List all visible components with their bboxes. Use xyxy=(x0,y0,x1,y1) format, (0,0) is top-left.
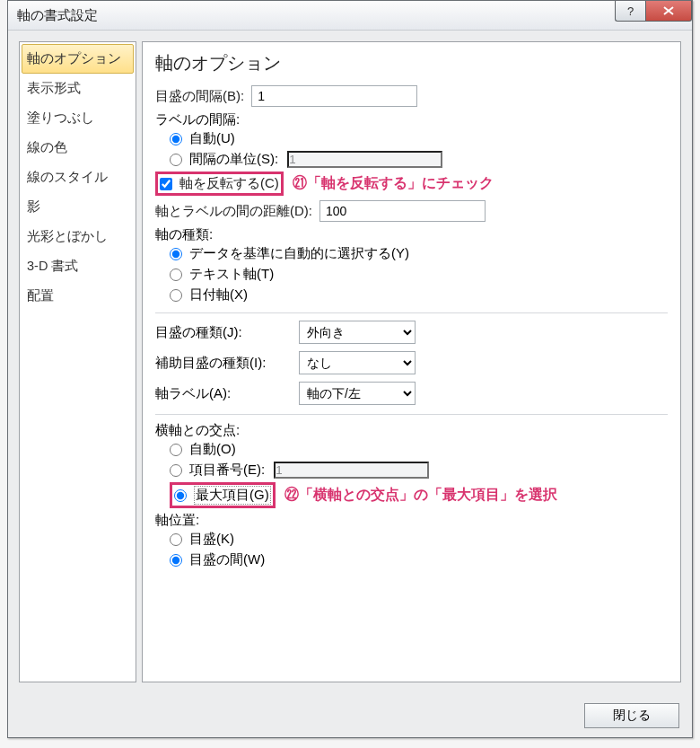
axis-type-group-label: 軸の種類: xyxy=(155,226,668,243)
annotation-21: ㉑「軸を反転する」にチェック xyxy=(293,174,494,193)
crosses-auto-text: 自動(O) xyxy=(189,441,236,458)
tick-minor-row: 補助目盛の種類(I): なし xyxy=(155,351,668,374)
axis-position-ontick-radio[interactable] xyxy=(170,533,182,546)
title-bar: 軸の書式設定 ? xyxy=(8,1,692,31)
label-interval-unit-radio[interactable] xyxy=(170,154,182,166)
crosses-max-option[interactable]: 最大項目(G) ㉒「横軸との交点」の「最大項目」を選択 xyxy=(155,482,668,508)
tick-major-row: 目盛の種類(J): 外向き xyxy=(155,321,668,344)
axis-labels-select[interactable]: 軸の下/左 xyxy=(299,382,416,405)
crosses-category-radio[interactable] xyxy=(170,464,182,477)
sidebar-item-alignment[interactable]: 配置 xyxy=(22,281,134,311)
label-interval-auto-option[interactable]: 自動(U) xyxy=(155,130,668,147)
separator-2 xyxy=(155,414,668,415)
axis-type-auto-radio[interactable] xyxy=(170,248,182,260)
label-interval-auto-text: 自動(U) xyxy=(189,130,235,147)
axis-position-between-text: 目盛の間(W) xyxy=(189,551,265,568)
axis-type-text-option[interactable]: テキスト軸(T) xyxy=(155,266,668,283)
label-interval-unit-text: 間隔の単位(S): xyxy=(189,151,278,168)
sidebar-item-shadow[interactable]: 影 xyxy=(22,192,134,222)
reverse-axis-row: 軸を反転する(C) ㉑「軸を反転する」にチェック xyxy=(155,172,668,196)
major-unit-label: 目盛の間隔(B): xyxy=(155,88,244,105)
help-button[interactable]: ? xyxy=(615,1,645,22)
axis-type-date-radio[interactable] xyxy=(170,289,182,302)
label-interval-auto-radio[interactable] xyxy=(170,133,182,145)
sidebar-item-number-format[interactable]: 表示形式 xyxy=(22,74,134,103)
close-icon xyxy=(663,6,674,15)
dialog-footer: 閉じる xyxy=(584,703,679,728)
axis-label-distance-row: 軸とラベルの間の距離(D): xyxy=(155,199,668,223)
axis-type-text-radio[interactable] xyxy=(170,268,182,281)
window-close-button[interactable] xyxy=(645,1,692,22)
sidebar-item-line-style[interactable]: 線のスタイル xyxy=(22,163,134,192)
axis-position-ontick-text: 目盛(K) xyxy=(189,531,234,548)
tick-minor-select[interactable]: なし xyxy=(299,351,416,374)
axis-type-date-option[interactable]: 日付軸(X) xyxy=(155,286,668,304)
sidebar-item-axis-options[interactable]: 軸のオプション xyxy=(22,44,134,74)
axis-type-text-text: テキスト軸(T) xyxy=(189,266,274,283)
reverse-axis-checkbox[interactable] xyxy=(160,178,172,190)
axis-type-auto-text: データを基準に自動的に選択する(Y) xyxy=(189,245,409,262)
axis-position-ontick-option[interactable]: 目盛(K) xyxy=(155,531,668,548)
tick-major-select[interactable]: 外向き xyxy=(299,321,416,344)
crosses-auto-option[interactable]: 自動(O) xyxy=(155,441,668,458)
axis-label-distance-input[interactable] xyxy=(319,200,486,222)
sidebar-item-glow[interactable]: 光彩とぼかし xyxy=(22,222,134,251)
panel-heading: 軸のオプション xyxy=(155,51,668,75)
crosses-max-highlight: 最大項目(G) xyxy=(170,482,276,508)
major-unit-input[interactable] xyxy=(251,85,417,107)
label-interval-group-label: ラベルの間隔: xyxy=(155,111,668,128)
dialog-body: 軸のオプション 表示形式 塗りつぶし 線の色 線のスタイル 影 光彩とぼかし 3… xyxy=(8,31,692,682)
crosses-max-radio[interactable] xyxy=(174,489,187,502)
axis-type-auto-option[interactable]: データを基準に自動的に選択する(Y) xyxy=(155,245,668,262)
axis-format-dialog: 軸の書式設定 ? 軸のオプション 表示形式 塗りつぶし 線の色 線のスタイル 影… xyxy=(7,0,693,738)
axis-label-distance-label: 軸とラベルの間の距離(D): xyxy=(155,203,312,220)
reverse-axis-highlight: 軸を反転する(C) xyxy=(155,172,284,196)
crosses-group-label: 横軸との交点: xyxy=(155,422,668,439)
axis-position-between-radio[interactable] xyxy=(170,554,182,567)
axis-labels-row: 軸ラベル(A): 軸の下/左 xyxy=(155,382,668,405)
reverse-axis-label: 軸を反転する(C) xyxy=(179,175,279,192)
label-interval-unit-input[interactable] xyxy=(287,151,442,168)
dialog-title: 軸の書式設定 xyxy=(17,7,98,24)
tick-minor-label: 補助目盛の種類(I): xyxy=(155,355,299,372)
axis-type-date-text: 日付軸(X) xyxy=(189,286,248,304)
tick-major-label: 目盛の種類(J): xyxy=(155,324,299,341)
axis-position-between-option[interactable]: 目盛の間(W) xyxy=(155,551,668,568)
category-sidebar: 軸のオプション 表示形式 塗りつぶし 線の色 線のスタイル 影 光彩とぼかし 3… xyxy=(19,41,136,682)
main-panel: 軸のオプション 目盛の間隔(B): ラベルの間隔: 自動(U) 間隔の単位(S)… xyxy=(142,41,681,682)
label-interval-unit-option[interactable]: 間隔の単位(S): xyxy=(155,151,668,168)
annotation-22: ㉒「横軸との交点」の「最大項目」を選択 xyxy=(284,486,557,505)
major-unit-row: 目盛の間隔(B): xyxy=(155,84,668,108)
sidebar-item-line-color[interactable]: 線の色 xyxy=(22,133,134,163)
crosses-max-text: 最大項目(G) xyxy=(194,486,271,505)
titlebar-buttons: ? xyxy=(615,1,692,22)
close-button[interactable]: 閉じる xyxy=(584,703,679,728)
crosses-auto-radio[interactable] xyxy=(170,444,182,456)
crosses-category-text: 項目番号(E): xyxy=(189,462,265,479)
crosses-category-input[interactable] xyxy=(274,462,429,479)
axis-position-group-label: 軸位置: xyxy=(155,512,668,529)
sidebar-item-3d-format[interactable]: 3-D 書式 xyxy=(22,251,134,281)
crosses-category-option[interactable]: 項目番号(E): xyxy=(155,462,668,479)
sidebar-item-fill[interactable]: 塗りつぶし xyxy=(22,103,134,133)
axis-labels-label: 軸ラベル(A): xyxy=(155,385,299,402)
separator-1 xyxy=(155,312,668,313)
